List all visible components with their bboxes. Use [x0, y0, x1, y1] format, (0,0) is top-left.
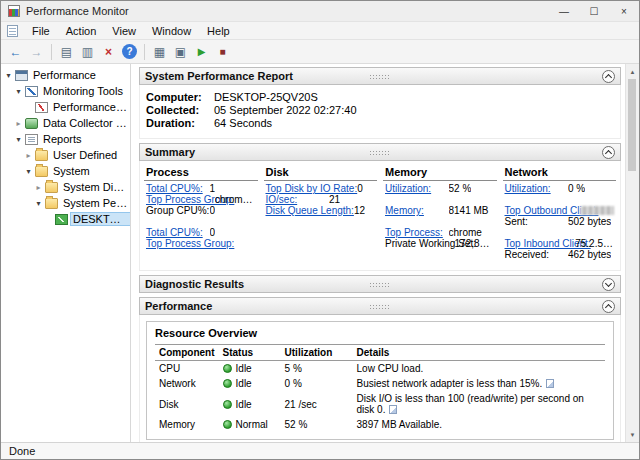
summary-link[interactable]: Utilization: [505, 183, 569, 194]
tree-item-desktop-report[interactable]: DESKTOP-25QV... [1, 211, 130, 227]
resource-row-cpu: CPU Idle 5 % Low CPU load. [155, 361, 605, 377]
resource-overview-panel: Resource Overview Component Status Utili… [146, 321, 614, 440]
scrollbar-thumb[interactable] [628, 79, 636, 171]
tree-item-system-performance[interactable]: ▾ System Performanc [1, 195, 130, 211]
tree-item-label: Data Collector Sets [41, 117, 130, 129]
summary-spacer-row [503, 227, 617, 238]
section-title: Summary [145, 146, 195, 158]
summary-link[interactable]: Disk Queue Length: [266, 205, 354, 216]
utilization-cell: 21 /sec [281, 391, 353, 417]
grip-handle-icon [369, 304, 391, 310]
section-title: Performance [145, 300, 212, 312]
menu-window[interactable]: Window [144, 24, 199, 38]
details-note-icon[interactable] [389, 405, 397, 414]
tree-item-system-diagnostics[interactable]: ▸ System Diagnostics [1, 179, 130, 195]
collapse-button[interactable] [602, 300, 615, 313]
summary-link[interactable]: Total CPU%: [146, 227, 210, 238]
minimize-button-icon[interactable]: — [549, 1, 579, 21]
collapsed-chevron-icon[interactable]: ▸ [13, 119, 24, 128]
back-icon[interactable]: ← [6, 42, 25, 61]
section-diagnostic-results: Diagnostic Results [139, 275, 621, 293]
menu-file[interactable]: File [24, 24, 58, 38]
console-document-icon [7, 25, 18, 37]
delete-icon[interactable]: × [99, 42, 118, 61]
section-header[interactable]: Summary [139, 143, 621, 161]
summary-spacer-row [144, 216, 258, 227]
expand-button[interactable] [602, 278, 615, 291]
section-header[interactable]: Performance [139, 297, 621, 315]
summary-link[interactable]: Top Disk by IO Rate: [266, 183, 358, 194]
collapse-button[interactable] [602, 70, 615, 83]
toolbar: ← → ▤ ▥ × ? ▦ ▣ ▶ ■ [1, 40, 639, 64]
resource-table-header-row: Component Status Utilization Details [155, 345, 605, 361]
summary-link[interactable]: Top Process: [385, 227, 449, 238]
info-value: 64 Seconds [214, 117, 272, 130]
performance-body: Resource Overview Component Status Utili… [139, 315, 621, 442]
summary-link[interactable]: Total CPU%: [146, 183, 210, 194]
collapsed-chevron-icon[interactable]: ▸ [23, 151, 34, 160]
summary-value: 52 % [449, 183, 472, 194]
tree-item-monitoring-tools[interactable]: ▾ Monitoring Tools [1, 83, 130, 99]
details-note-icon[interactable] [546, 379, 554, 388]
show-console-tree-icon[interactable]: ▤ [57, 42, 76, 61]
help-icon[interactable]: ? [122, 44, 137, 59]
summary-spacer-row [503, 194, 617, 205]
tree-item-label: Performance [31, 69, 98, 81]
summary-value: 21 [329, 194, 340, 205]
summary-value: 0 [210, 205, 216, 216]
expanded-chevron-icon[interactable]: ▾ [33, 199, 44, 208]
info-value: DESKTOP-25QV20S [214, 91, 318, 104]
resource-row-network: Network Idle 0 % Busiest network adapter… [155, 376, 605, 391]
status-text: Idle [236, 363, 252, 374]
summary-value: 502 bytes [568, 216, 611, 227]
section-header[interactable]: Diagnostic Results [139, 275, 621, 293]
summary-link[interactable]: Top Process Group: [146, 194, 215, 205]
section-title: Diagnostic Results [145, 278, 244, 290]
collapse-button[interactable] [602, 146, 615, 159]
summary-link[interactable]: Top Process Group: [146, 238, 234, 249]
tree-item-reports[interactable]: ▾ Reports [1, 131, 130, 147]
summary-link[interactable]: Memory: [385, 205, 449, 216]
utilization-cell: 52 % [281, 417, 353, 432]
expanded-chevron-icon[interactable]: ▾ [13, 135, 24, 144]
vertical-scrollbar[interactable]: ▲ ▼ [625, 64, 639, 442]
redacted-value [580, 206, 614, 215]
start-data-collector-icon[interactable]: ▶ [192, 42, 211, 61]
status-ok-icon [223, 400, 232, 409]
summary-link[interactable]: Top Inbound Client: [505, 238, 576, 249]
section-header[interactable]: System Performance Report [139, 67, 621, 85]
tree-item-performance-monitor[interactable]: Performance Monitor [1, 99, 130, 115]
new-window-icon[interactable]: ▣ [171, 42, 190, 61]
system-diagnostics-folder-icon [45, 182, 58, 193]
status-text: Done [9, 445, 35, 457]
console-window-icon[interactable]: ▦ [150, 42, 169, 61]
close-button-icon[interactable]: × [609, 1, 639, 21]
summary-value: 8141 MB [449, 205, 489, 216]
collapsed-chevron-icon[interactable]: ▸ [33, 183, 44, 192]
stop-data-collector-icon[interactable]: ■ [213, 42, 232, 61]
tree-item-user-defined[interactable]: ▸ User Defined [1, 147, 130, 163]
scroll-up-icon[interactable]: ▲ [626, 65, 639, 78]
toolbar-separator [144, 44, 145, 60]
expanded-chevron-icon[interactable]: ▾ [13, 87, 24, 96]
tree-item-performance[interactable]: ▾ Performance [1, 67, 130, 83]
summary-link[interactable]: IO/sec: [266, 194, 330, 205]
summary-value: 12 [354, 205, 365, 216]
expanded-chevron-icon[interactable]: ▾ [23, 167, 34, 176]
menu-action[interactable]: Action [58, 24, 105, 38]
scroll-down-icon[interactable]: ▼ [626, 428, 639, 441]
menu-view[interactable]: View [104, 24, 144, 38]
resource-row-memory: Memory Normal 52 % 3897 MB Available. [155, 417, 605, 432]
summary-link[interactable]: Top Outbound Client: [505, 205, 581, 216]
forward-icon[interactable]: → [27, 42, 46, 61]
console-root-icon [15, 70, 28, 81]
summary-value: 1 [210, 183, 216, 194]
maximize-button-icon[interactable]: ☐ [579, 1, 609, 21]
tree-item-data-collector-sets[interactable]: ▸ Data Collector Sets [1, 115, 130, 131]
summary-value: 0 [357, 183, 363, 194]
expanded-chevron-icon[interactable]: ▾ [3, 71, 14, 80]
tree-item-system[interactable]: ▾ System [1, 163, 130, 179]
export-list-icon[interactable]: ▥ [78, 42, 97, 61]
summary-link[interactable]: Utilization: [385, 183, 449, 194]
menu-help[interactable]: Help [199, 24, 238, 38]
